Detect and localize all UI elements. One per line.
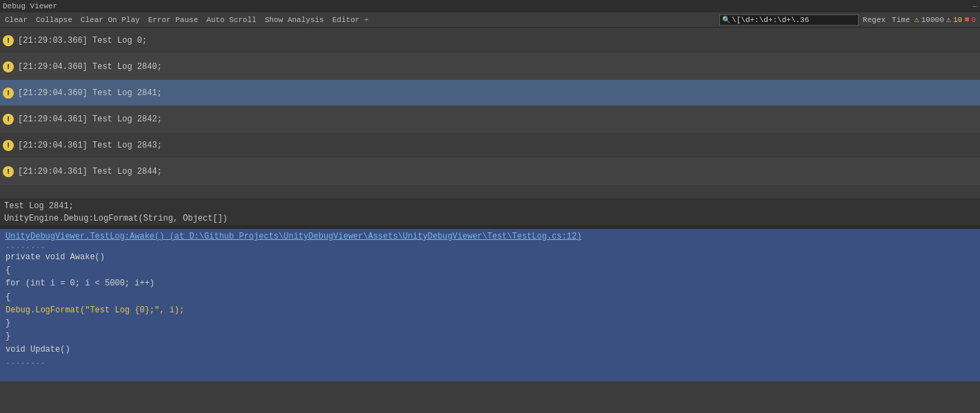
code-line: private void Awake() bbox=[6, 251, 974, 264]
log-text: [21:29:04.361] Test Log 2844; bbox=[18, 167, 162, 177]
editor-button[interactable]: Editor ÷ bbox=[329, 15, 372, 25]
log-warning-icon: ! bbox=[3, 61, 14, 72]
code-line: void Update() bbox=[6, 343, 974, 356]
error-count: 0 bbox=[971, 16, 976, 24]
code-ellipsis-2: ........ bbox=[6, 357, 974, 367]
error-pause-button[interactable]: Error Pause bbox=[145, 15, 202, 25]
code-link[interactable]: UnityDebugViewer.TestLog:Awake() (at D:\… bbox=[6, 232, 581, 241]
code-line: { bbox=[6, 264, 974, 277]
code-line: for (int i = 0; i < 5000; i++) bbox=[6, 277, 974, 290]
message-panel: Test Log 2841; UnityEngine.Debug:LogForm… bbox=[0, 199, 980, 226]
warning-icon: ⚠ bbox=[914, 14, 919, 25]
log-warning-icon: ! bbox=[3, 166, 14, 177]
collapse-button[interactable]: Collapse bbox=[32, 15, 76, 25]
clear-on-play-button[interactable]: Clear On Play bbox=[77, 15, 143, 25]
show-analysis-button[interactable]: Show Analysis bbox=[261, 15, 328, 25]
clear-button[interactable]: Clear bbox=[1, 15, 31, 25]
title-bar: Debug Viewer — bbox=[0, 0, 980, 12]
message-line-1: Test Log 2841; bbox=[4, 200, 976, 212]
log-row[interactable]: ![21:29:04.361] Test Log 2842; bbox=[0, 106, 980, 132]
log-warning-icon: ! bbox=[3, 88, 14, 99]
log-row[interactable]: ![21:29:04.360] Test Log 2840; bbox=[0, 54, 980, 80]
message-line-2: UnityEngine.Debug:LogFormat(String, Obje… bbox=[4, 212, 976, 225]
code-line: } bbox=[6, 330, 974, 343]
error-count-icon: ■ bbox=[964, 15, 969, 25]
title-bar-close: — bbox=[972, 0, 977, 12]
auto-scroll-button[interactable]: Auto Scroll bbox=[203, 15, 260, 25]
toolbar: Clear Collapse Clear On Play Error Pause… bbox=[0, 12, 980, 28]
log-text: [21:29:04.361] Test Log 2842; bbox=[18, 114, 162, 124]
time-button[interactable]: Time bbox=[890, 16, 912, 24]
code-ellipsis-1: ........ bbox=[6, 241, 974, 251]
log-text: [21:29:04.360] Test Log 2840; bbox=[18, 62, 162, 72]
code-line: } bbox=[6, 317, 974, 330]
log-text: [21:29:03.366] Test Log 0; bbox=[18, 36, 147, 46]
log-warning-icon: ! bbox=[3, 114, 14, 125]
search-input-wrapper[interactable]: 🔍 bbox=[719, 14, 859, 26]
log-row[interactable]: ![21:29:04.360] Test Log 2841; bbox=[0, 80, 980, 106]
log-text: [21:29:04.360] Test Log 2841; bbox=[18, 88, 162, 98]
log-row[interactable]: ![21:29:04.361] Test Log 2844; bbox=[0, 159, 980, 185]
count-badge: ⚠ 10000 ⚠ 10 ■ 0 bbox=[914, 14, 977, 25]
log-warning-icon: ! bbox=[3, 140, 14, 151]
log-area[interactable]: ![21:29:03.366] Test Log 0;![21:29:04.36… bbox=[0, 28, 980, 199]
search-input[interactable] bbox=[732, 16, 856, 24]
code-line: Debug.LogFormat("Test Log {0};", i); bbox=[6, 304, 974, 317]
max-count: 10000 bbox=[921, 16, 944, 24]
search-area: 🔍 Regex Time ⚠ 10000 ⚠ 10 ■ 0 bbox=[719, 14, 979, 26]
log-text: [21:29:04.361] Test Log 2843; bbox=[18, 141, 162, 150]
code-panel[interactable]: UnityDebugViewer.TestLog:Awake() (at D:\… bbox=[0, 229, 980, 381]
regex-button[interactable]: Regex bbox=[861, 16, 888, 24]
window-title: Debug Viewer bbox=[3, 2, 57, 10]
log-row[interactable]: ![21:29:04.361] Test Log 2843; bbox=[0, 132, 980, 159]
code-line: { bbox=[6, 291, 974, 304]
warning-count-icon: ⚠ bbox=[946, 14, 951, 25]
log-warning-icon: ! bbox=[3, 35, 14, 46]
warning-count: 10 bbox=[953, 16, 962, 24]
log-row[interactable]: ![21:29:03.366] Test Log 0; bbox=[0, 28, 980, 54]
search-icon: 🔍 bbox=[722, 16, 730, 24]
